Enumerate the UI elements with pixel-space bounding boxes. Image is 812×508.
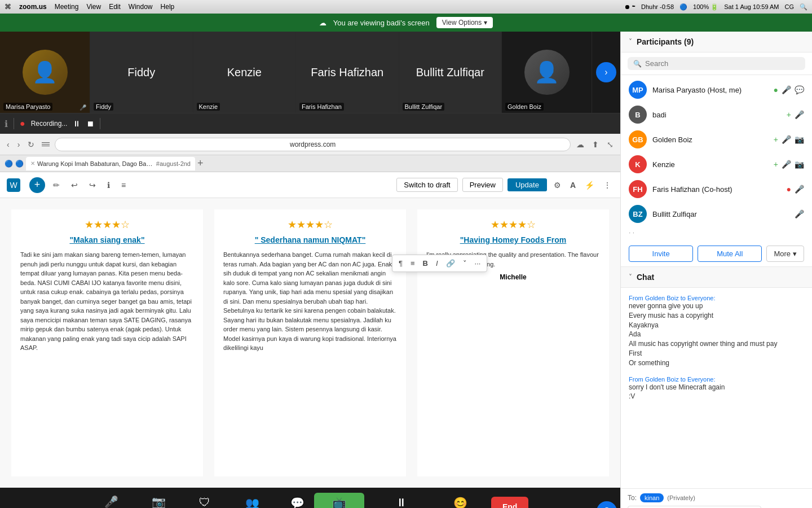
participants-search-input[interactable] <box>645 59 800 68</box>
review-card-1: ★★★★☆ "Makan siang enak" Tadi ke sini ja… <box>11 209 203 476</box>
participants-collapse-icon[interactable]: ˅ <box>629 38 632 46</box>
chat-text-1-6: Or something <box>629 358 804 368</box>
stars-2: ★★★★☆ <box>223 218 397 231</box>
browser-back-button[interactable]: ‹ <box>5 139 12 150</box>
ft-ellipsis-button[interactable]: ··· <box>472 257 484 269</box>
participant-tile-fiddy: Fiddy Fiddy <box>90 32 193 113</box>
review-author-3: Michelle <box>426 273 600 281</box>
end-meeting-button[interactable]: End <box>491 497 528 508</box>
view-options-button[interactable]: View Options ▾ <box>436 17 493 28</box>
chat-collapse-icon[interactable]: ˅ <box>629 273 632 281</box>
app-name[interactable]: zoom.us <box>19 3 47 11</box>
chat-to-row: To: kinan (Privately) <box>628 493 805 502</box>
wp-redo-button[interactable]: ↪ <box>86 178 99 192</box>
chat-message-group-2: From Golden Boiz to Everyone: sorry I do… <box>629 376 804 402</box>
ft-more-options-chevron[interactable]: ˅ <box>460 257 470 269</box>
apple-menu[interactable]: ⌘ <box>5 3 11 11</box>
menu-meeting[interactable]: Meeting <box>55 3 79 11</box>
avatar-golden: 👤 <box>524 50 570 95</box>
participants-button[interactable]: 👥 Participants 9 <box>224 493 280 509</box>
wp-font-button[interactable]: A <box>568 178 578 192</box>
wp-add-block-button[interactable]: + <box>29 177 45 193</box>
participant-tile-faris: Faris Hafizhan Faris Hafizhan <box>296 32 399 113</box>
participant-tile-kenzie: Kenzie Kenzie <box>193 32 297 113</box>
wp-settings-button[interactable]: ⚙ <box>551 178 563 192</box>
participants-next-button[interactable]: › <box>596 62 616 82</box>
wp-update-button[interactable]: Update <box>508 178 547 191</box>
security-button[interactable]: 🛡 Security <box>186 493 224 508</box>
browser-save-button[interactable]: ☁ <box>574 139 586 150</box>
wp-lightning-button[interactable]: ⚡ <box>582 178 597 192</box>
mute-icon: 🎤 <box>104 495 118 509</box>
chat-input-area: To: kinan (Privately) 📄 File ··· <box>621 488 812 508</box>
tile-tag-bullitt: Bullitt Zulfiqar <box>403 103 445 111</box>
chat-icon: 💬 <box>290 496 304 509</box>
chat-privacy-label: (Privately) <box>667 494 695 501</box>
share-screen-button[interactable]: 📺 Share Screen <box>314 493 364 509</box>
ft-align-button[interactable]: ≡ <box>408 257 418 269</box>
participant-actions-bullitt: 🎤 <box>795 209 804 218</box>
wp-undo-button[interactable]: ↩ <box>68 178 81 192</box>
info-icon[interactable]: ℹ <box>5 119 8 129</box>
chat-panel: ˅ Chat From Golden Boiz to Everyone: nev… <box>621 267 812 508</box>
browser-address-input[interactable] <box>55 138 571 151</box>
ft-italic-button[interactable]: I <box>433 257 441 269</box>
wp-site-icon[interactable]: W <box>7 178 20 192</box>
menu-help[interactable]: Help <box>161 3 175 11</box>
browser-tab-bar: 🔵🔵 ✕ Warung Kopi Imah Babaturan, Dago Ba… <box>0 155 620 172</box>
new-tab-button[interactable]: + <box>197 157 204 169</box>
invite-button[interactable]: Invite <box>629 246 693 262</box>
participant-host-icon: ● <box>774 85 778 94</box>
wp-preview-button[interactable]: Preview <box>462 178 503 192</box>
menu-bar: ⌘ zoom.us Meeting View Edit Window Help … <box>0 0 812 14</box>
tile-name-text-fiddy: Fiddy <box>127 66 155 79</box>
wp-switch-draft-button[interactable]: Switch to draft <box>396 178 457 192</box>
chat-text-2-1: :V <box>629 392 804 401</box>
browser-tab-active[interactable]: ✕ Warung Kopi Imah Babaturan, Dago Bawah… <box>26 157 195 170</box>
wp-more-button[interactable]: ⋮ <box>601 178 614 192</box>
menu-edit[interactable]: Edit <box>109 3 121 11</box>
browser-forward-button[interactable]: › <box>15 139 23 150</box>
right-panel: ˅ Participants (9) 🔍 MP Marisa Paryasto … <box>620 32 812 508</box>
pause-recording-icon: ⏸ <box>396 496 407 508</box>
wp-list-view-button[interactable]: ≡ <box>118 178 129 192</box>
participant-item-badi: B badi + 🎤 <box>621 102 812 127</box>
wp-info-button[interactable]: ℹ <box>104 178 113 192</box>
chat-text-1-4: All music has copyright owner thing and … <box>629 339 804 349</box>
pause-recording-button[interactable]: ⏸ Pause/Stop Recording <box>364 493 439 508</box>
ft-paragraph-button[interactable]: ¶ <box>396 257 405 269</box>
browser-refresh-button[interactable]: ↻ <box>25 139 37 150</box>
ft-bold-button[interactable]: B <box>420 257 431 269</box>
hamburger-menu-icon[interactable] <box>40 142 51 146</box>
recording-pause-button[interactable]: ⏸ <box>73 119 81 128</box>
zoom-toolbar: 🎤 Mute ▲ 📷 Stop Video ▲ 🛡 Security 👥 <box>0 488 620 508</box>
menu-window[interactable]: Window <box>129 3 153 11</box>
mute-all-button[interactable]: Mute All <box>698 246 762 262</box>
recording-stop-button[interactable]: ⏹ <box>86 119 94 128</box>
mute-button-group[interactable]: 🎤 Mute ▲ <box>92 492 131 509</box>
share-screen-icon: 📺 <box>332 496 346 509</box>
chat-input-row: 📄 File ··· <box>628 506 805 508</box>
wp-sidebar-icon[interactable]: 🔵🔵 <box>5 160 24 168</box>
wp-editor-area: W + ✏ ↩ ↪ ℹ ≡ Switch to draft Preview Up… <box>0 172 620 488</box>
participants-nav: › <box>592 32 620 113</box>
browser-share-button[interactable]: ⬆ <box>590 139 601 150</box>
ft-link-button[interactable]: 🔗 <box>443 257 458 269</box>
chat-message-input[interactable] <box>628 506 761 508</box>
chat-toolbar-button[interactable]: 💬 Chat <box>280 493 314 509</box>
participant-mic-icon-bullitt: 🎤 <box>795 209 804 218</box>
tab-close-icon[interactable]: ✕ <box>30 160 35 167</box>
stop-video-button-group[interactable]: 📷 Stop Video ▲ <box>131 492 186 509</box>
browser-expand-button[interactable]: ⤡ <box>604 139 616 150</box>
participant-status-kenzie: + <box>774 160 778 169</box>
wp-pen-tool-button[interactable]: ✏ <box>50 178 63 192</box>
menu-view[interactable]: View <box>86 3 101 11</box>
participant-mic-icon-faris: 🎤 <box>795 185 804 194</box>
participant-actions-kenzie: + 🎤 📷 <box>774 160 804 169</box>
reactions-button[interactable]: 😊 Reactions <box>439 493 482 509</box>
chat-recipient-badge[interactable]: kinan <box>640 493 664 502</box>
menubar-search-icon[interactable]: 🔍 <box>800 3 807 11</box>
reactions-icon: 😊 <box>453 496 467 509</box>
chat-section-header: ˅ Chat <box>621 267 812 288</box>
more-button[interactable]: More ▾ <box>766 246 804 262</box>
